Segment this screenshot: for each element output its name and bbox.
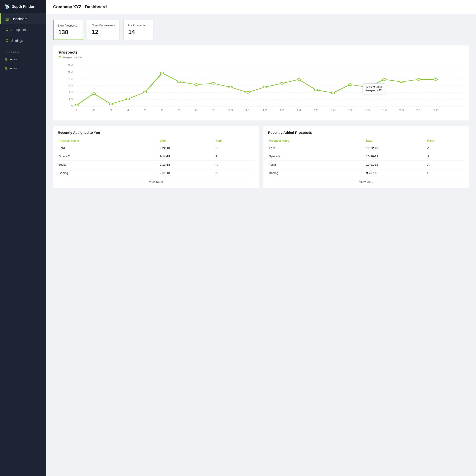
col-rank-1: Rank bbox=[215, 138, 254, 144]
sidebar-action-2[interactable]: ⊕ Action bbox=[0, 64, 46, 73]
svg-text:3: 3 bbox=[110, 109, 112, 112]
prospect-rank: A bbox=[426, 161, 464, 169]
recently-assigned-header-row: Prospect Name Date Rank bbox=[58, 138, 254, 144]
svg-point-18 bbox=[143, 91, 147, 93]
svg-text:17: 17 bbox=[348, 109, 353, 112]
recently-assigned-card: Recently Assigned to You Prospect Name D… bbox=[53, 126, 259, 188]
col-date-1: Date bbox=[159, 138, 215, 144]
svg-text:22: 22 bbox=[433, 109, 438, 112]
stat-value-my-prospects: 14 bbox=[128, 28, 149, 35]
logo-icon: 📡 bbox=[5, 4, 10, 9]
table-row: Space X 9-14-18 A bbox=[58, 152, 254, 161]
prospect-date: 9-11-18 bbox=[159, 169, 215, 177]
page-header: Company XYZ - Dashboard bbox=[46, 0, 476, 14]
prospect-name: Space X bbox=[268, 152, 365, 161]
sidebar-action-1[interactable]: ⊕ Action bbox=[0, 55, 46, 64]
svg-text:40: 40 bbox=[68, 77, 73, 80]
prospect-date: 10-10-18 bbox=[365, 152, 426, 161]
svg-point-29 bbox=[331, 92, 335, 94]
svg-text:5: 5 bbox=[144, 109, 146, 112]
prospect-name: Boeing bbox=[58, 169, 159, 177]
svg-point-17 bbox=[126, 98, 130, 100]
prospects-icon: ⚙ bbox=[5, 28, 9, 32]
recently-added-table: Prospect Name Date Rank Ford 10-22-18 A … bbox=[268, 138, 464, 177]
dashboard-icon: ▤ bbox=[5, 17, 9, 21]
prospect-rank: C bbox=[426, 169, 464, 177]
prospect-name: Space X bbox=[58, 152, 159, 161]
prospect-date: 10-01-18 bbox=[365, 161, 426, 169]
sidebar-label-settings: Settings bbox=[11, 39, 23, 43]
line-chart-svg: 0 10 20 30 40 50 60 bbox=[59, 63, 463, 113]
prospect-date: 9-28-18 bbox=[365, 169, 426, 177]
svg-point-15 bbox=[92, 93, 96, 95]
sidebar-action-1-label: Action bbox=[10, 58, 18, 61]
svg-point-27 bbox=[297, 79, 301, 80]
sidebar-item-prospects[interactable]: ⚙ Prospects bbox=[0, 24, 46, 35]
prospect-rank: B bbox=[215, 144, 254, 152]
table-row: Tesla 10-01-18 A bbox=[268, 161, 464, 169]
svg-point-34 bbox=[417, 79, 421, 80]
sidebar: 📡 Depth Finder ▤ Dashboard ⚙ Prospects ⚙… bbox=[0, 0, 46, 476]
svg-text:30: 30 bbox=[68, 84, 73, 87]
sidebar-label-prospects: Prospects bbox=[11, 28, 26, 32]
prospect-name: Ford bbox=[58, 144, 159, 152]
stat-card-my-prospects[interactable]: My Prospects 14 bbox=[123, 20, 153, 40]
chart-subtitle-text: Prospects added bbox=[62, 56, 83, 59]
svg-point-14 bbox=[75, 104, 79, 106]
svg-point-30 bbox=[348, 84, 352, 85]
svg-point-20 bbox=[177, 81, 181, 83]
sidebar-action-2-label: Action bbox=[10, 67, 18, 70]
prospect-rank: A bbox=[215, 152, 254, 161]
table-row: Boeing 9-11-18 A bbox=[58, 169, 254, 177]
settings-icon: ⚙ bbox=[5, 38, 9, 43]
svg-point-33 bbox=[400, 81, 404, 83]
main-content: Company XYZ - Dashboard New Prospects 13… bbox=[46, 0, 476, 476]
prospect-date: 9-14-18 bbox=[159, 152, 215, 161]
recently-added-card: Recently Added Prospects Prospect Name D… bbox=[263, 126, 469, 188]
content-area: New Prospects 130 Open Engaements 12 My … bbox=[46, 14, 476, 476]
table-row: Space X 10-10-18 A bbox=[268, 152, 464, 161]
app-name: Depth Finder bbox=[12, 5, 34, 9]
stat-card-open-engagements[interactable]: Open Engaements 12 bbox=[87, 20, 120, 40]
prospect-rank: A bbox=[426, 152, 464, 161]
sidebar-item-settings[interactable]: ⚙ Settings bbox=[0, 35, 46, 46]
svg-point-26 bbox=[280, 83, 284, 84]
svg-text:6: 6 bbox=[161, 109, 163, 112]
svg-point-19 bbox=[160, 72, 164, 74]
tables-row: Recently Assigned to You Prospect Name D… bbox=[53, 126, 469, 188]
action1-icon: ⊕ bbox=[5, 57, 8, 61]
prospect-name: Boeing bbox=[268, 169, 365, 177]
svg-text:12: 12 bbox=[262, 109, 267, 112]
svg-point-24 bbox=[246, 91, 250, 93]
svg-text:21: 21 bbox=[416, 109, 421, 112]
stat-label-open-engagements: Open Engaements bbox=[92, 24, 115, 27]
chart-subtitle: Prospects added bbox=[59, 56, 463, 59]
stat-value-new-prospects: 130 bbox=[58, 29, 78, 36]
svg-text:7: 7 bbox=[178, 109, 180, 112]
recently-added-header-row: Prospect Name Date Rank bbox=[268, 138, 464, 144]
recently-assigned-view-more[interactable]: View More bbox=[58, 180, 254, 184]
svg-text:9: 9 bbox=[212, 109, 215, 112]
prospect-date: 9-22-18 bbox=[159, 144, 215, 152]
prospect-date: 10-22-18 bbox=[365, 144, 426, 152]
col-prospect-name-1: Prospect Name bbox=[58, 138, 159, 144]
col-date-2: Date bbox=[365, 138, 426, 144]
action2-icon: ⊕ bbox=[5, 66, 8, 70]
svg-text:20: 20 bbox=[68, 91, 73, 94]
svg-text:16: 16 bbox=[331, 109, 336, 112]
sidebar-item-dashboard[interactable]: ▤ Dashboard bbox=[0, 13, 46, 24]
svg-text:0: 0 bbox=[70, 105, 73, 108]
prospect-rank: A bbox=[426, 144, 464, 152]
chart-title: Prospects bbox=[59, 50, 463, 55]
chart-section: Prospects Prospects added 12 Sept 2018 P… bbox=[53, 46, 469, 120]
tooltip-date: 12 Sept 2018 bbox=[366, 85, 382, 89]
svg-text:14: 14 bbox=[296, 109, 302, 112]
svg-text:50: 50 bbox=[68, 70, 73, 73]
svg-text:10: 10 bbox=[228, 109, 233, 112]
prospect-date: 9-13-18 bbox=[159, 161, 215, 169]
table-row: Ford 10-22-18 A bbox=[268, 144, 464, 152]
recently-added-view-more[interactable]: View More bbox=[268, 180, 464, 184]
stat-card-new-prospects[interactable]: New Prospects 130 bbox=[53, 20, 83, 40]
svg-text:20: 20 bbox=[399, 109, 404, 112]
chart-tooltip: 12 Sept 2018 Prospects 42 bbox=[363, 84, 385, 94]
